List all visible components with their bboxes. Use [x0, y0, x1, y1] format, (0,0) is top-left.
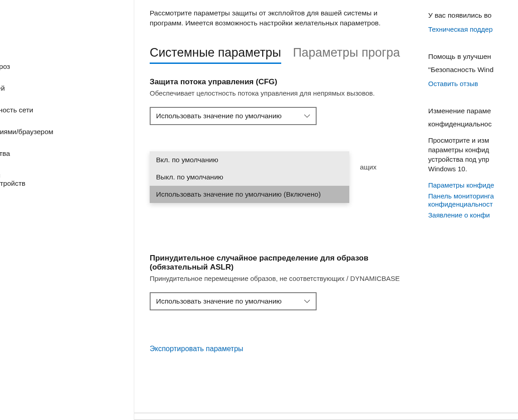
sidebar-item-virus[interactable]: от вирусов и угроз	[0, 58, 134, 75]
main-content: Рассмотрите параметры защиты от эксплойт…	[134, 0, 518, 420]
setting-aslr-select[interactable]: Использовать значение по умолчанию	[150, 292, 317, 310]
aside-feedback-header-1: Помощь в улучшен	[428, 52, 518, 62]
dropdown-option-on[interactable]: Вкл. по умолчанию	[150, 151, 349, 169]
sidebar-item-perf-2[interactable]: способность устройств	[0, 179, 134, 192]
sidebar-item-device[interactable]: сность устройства	[0, 145, 134, 162]
setting-dep-desc-fragment: ащих	[360, 163, 376, 171]
aside-feedback-link[interactable]: Оставить отзыв	[428, 78, 518, 89]
intro-text: Рассмотрите параметры защиты от эксплойт…	[150, 8, 404, 29]
dropdown-option-default[interactable]: Использовать значение по умолчанию (Вклю…	[150, 186, 349, 203]
sidebar: т от вирусов и угроз учетных записей ауэ…	[0, 0, 134, 420]
setting-aslr-title: Принудительное случайное распределение д…	[150, 254, 404, 272]
dropdown-option-off[interactable]: Выкл. по умолчанию	[150, 169, 349, 186]
setting-dep: ащих Вкл. по умолчанию Выкл. по умолчани…	[150, 147, 404, 228]
setting-cfg-title: Защита потока управления (CFG)	[150, 77, 404, 87]
setting-cfg-value: Использовать значение по умолчанию	[156, 112, 282, 120]
sidebar-item-defender[interactable]: т	[0, 36, 134, 53]
sidebar-item-family[interactable]: тры для семьи	[0, 192, 134, 209]
bottom-spacer	[134, 413, 518, 420]
aside-privacy-link-dashboard-2[interactable]: конфиденциальност	[428, 199, 518, 210]
aside-support-link[interactable]: Техническая поддер	[428, 24, 518, 35]
aside: У вас появились во Техническая поддер По…	[428, 0, 518, 238]
setting-cfg-desc: Обеспечивает целостность потока управлен…	[150, 88, 404, 98]
sidebar-item-firewall[interactable]: ауэр и безопасность сети	[0, 101, 134, 119]
aside-privacy-p1: Просмотрите и изм	[428, 135, 518, 145]
setting-aslr-desc: Принудительное перемещение образов, не с…	[150, 274, 404, 283]
aside-privacy-link-params[interactable]: Параметры конфиде	[428, 180, 518, 191]
aside-feedback-header-2: "Безопасность Wind	[428, 65, 518, 75]
chevron-down-icon	[304, 298, 310, 304]
setting-cfg-select[interactable]: Использовать значение по умолчанию	[150, 107, 317, 125]
sidebar-bottom-settings[interactable]: тры	[0, 397, 134, 415]
sidebar-item-appctrl[interactable]: ение приложениями/браузером	[0, 123, 134, 140]
tab-system[interactable]: Системные параметры	[150, 46, 281, 64]
aside-support-header: У вас появились во	[428, 11, 518, 20]
sidebar-item-accounts[interactable]: учетных записей	[0, 80, 134, 97]
setting-cfg: Защита потока управления (CFG) Обеспечив…	[150, 77, 404, 125]
aside-privacy-p4: Windows 10.	[428, 164, 518, 174]
tab-programs[interactable]: Параметры програ	[293, 46, 400, 64]
chevron-down-icon	[304, 113, 310, 119]
aside-privacy-link-statement[interactable]: Заявление о конфи	[428, 210, 518, 221]
export-settings-link[interactable]: Экспортировать параметры	[150, 345, 243, 353]
dropdown-menu: Вкл. по умолчанию Выкл. по умолчанию Исп…	[150, 151, 349, 203]
aside-privacy-p2: параметры конфид	[428, 145, 518, 154]
setting-aslr: Принудительное случайное распределение д…	[150, 254, 404, 310]
sidebar-item-perf-1[interactable]: одительность и	[0, 167, 134, 179]
aside-privacy-p3: устройства под упр	[428, 154, 518, 164]
aside-privacy-header-2: конфиденциальнос	[428, 120, 518, 129]
setting-aslr-value: Использовать значение по умолчанию	[156, 297, 282, 305]
aside-privacy-header-1: Изменение параме	[428, 106, 518, 116]
